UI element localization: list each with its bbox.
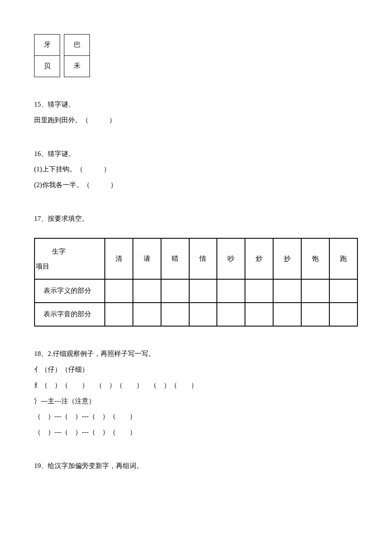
table-char-cell: 情 — [189, 238, 217, 279]
table-empty-cell — [161, 303, 189, 326]
question-line: 氵---主---注（注意） — [34, 395, 358, 408]
question-line: (1)上下挂钩。（ ） — [34, 163, 358, 176]
question-17: 17、按要求填空。 生字 项目 清 请 晴 情 吵 炒 抄 饱 跑 表示字义的部… — [34, 213, 358, 327]
table-empty-cell — [105, 279, 133, 303]
table-row-label: 表示字义的部分 — [35, 279, 105, 303]
table-char-cell: 吵 — [217, 238, 245, 279]
question-line: （ ）---（ ）---（ ）（ ） — [34, 426, 358, 439]
table-empty-cell — [161, 279, 189, 303]
table-spacer — [60, 35, 64, 56]
table-empty-cell — [329, 279, 357, 303]
table-empty-cell — [245, 303, 273, 326]
question-line: 田里跑到田外。（ ） — [34, 114, 358, 127]
table-cell: 贝 — [35, 56, 60, 77]
table-row-label: 表示字音的部分 — [35, 303, 105, 326]
table-empty-cell — [217, 303, 245, 326]
table-empty-cell — [133, 279, 161, 303]
table-empty-cell — [217, 279, 245, 303]
table-empty-cell — [329, 303, 357, 326]
table-cell: 巴 — [64, 35, 90, 56]
question-title: 15、猜字谜。 — [34, 98, 358, 111]
question-title: 16、猜字谜。 — [34, 148, 358, 160]
table-empty-cell — [189, 303, 217, 326]
question-title: 19、给汉字加偏旁变新字，再组词。 — [34, 460, 358, 472]
table-empty-cell — [273, 303, 301, 326]
fill-table: 生字 项目 清 请 晴 情 吵 炒 抄 饱 跑 表示字义的部分 表示字音 — [34, 238, 358, 327]
table-empty-cell — [245, 279, 273, 303]
table-cell: 牙 — [35, 35, 60, 56]
question-15: 15、猜字谜。 田里跑到田外。（ ） — [34, 98, 358, 127]
question-title: 17、按要求填空。 — [34, 213, 358, 225]
header-top: 生字 — [52, 248, 66, 255]
table-header-cell: 生字 项目 — [35, 238, 105, 279]
question-line: （ ）---（ ）---（ ）（ ） — [34, 410, 358, 423]
question-line: 亻（仔）（仔细） — [34, 364, 358, 376]
table-char-cell: 清 — [105, 238, 133, 279]
question-line: 纟（ ）（ ） （ ）（ ） （ ）（ ） — [34, 379, 358, 392]
table-char-cell: 跑 — [329, 238, 357, 279]
table-char-cell: 饱 — [301, 238, 329, 279]
table-cell: 禾 — [64, 56, 90, 77]
table-empty-cell — [189, 279, 217, 303]
question-title: 18、2.仔细观察例子，再照样子写一写。 — [34, 348, 358, 360]
question-18: 18、2.仔细观察例子，再照样子写一写。 亻（仔）（仔细） 纟（ ）（ ） （ … — [34, 348, 358, 439]
question-line: (2)你我各一半。（ ） — [34, 179, 358, 191]
table-char-cell: 请 — [133, 238, 161, 279]
table-empty-cell — [301, 279, 329, 303]
small-char-table: 牙 巴 贝 禾 — [34, 34, 90, 77]
table-char-cell: 炒 — [245, 238, 273, 279]
table-char-cell: 抄 — [273, 238, 301, 279]
question-19: 19、给汉字加偏旁变新字，再组词。 — [34, 460, 358, 472]
table-empty-cell — [273, 279, 301, 303]
header-bottom: 项目 — [36, 263, 49, 270]
question-16: 16、猜字谜。 (1)上下挂钩。（ ） (2)你我各一半。（ ） — [34, 148, 358, 191]
table-char-cell: 晴 — [161, 238, 189, 279]
table-empty-cell — [133, 303, 161, 326]
table-empty-cell — [301, 303, 329, 326]
table-empty-cell — [105, 303, 133, 326]
table-spacer — [60, 56, 64, 77]
